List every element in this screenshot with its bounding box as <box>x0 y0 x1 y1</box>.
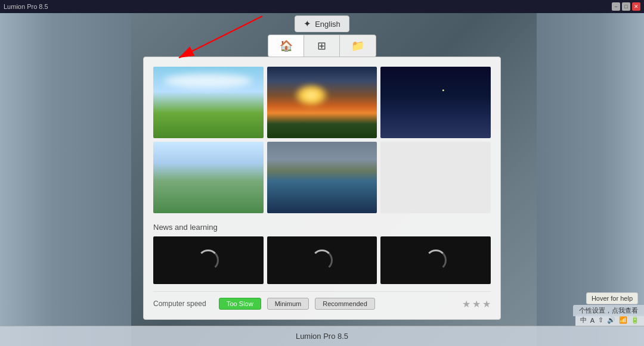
speed-recommended-button[interactable]: Recommended <box>315 298 375 310</box>
taskbar-ime-icon[interactable]: 中 <box>580 316 587 325</box>
scenes-grid <box>153 67 491 213</box>
taskbar-battery-icon[interactable]: 🔋 <box>631 316 639 324</box>
taskbar-volume-icon[interactable]: 🔊 <box>607 316 615 324</box>
main-panel: News and learning Computer speed Too Slo… <box>143 57 501 320</box>
bottom-bar: Lumion Pro 8.5 <box>0 326 644 346</box>
speed-too-slow-button[interactable]: Too Slow <box>219 298 261 310</box>
scene-blank[interactable] <box>380 142 491 213</box>
close-button[interactable]: ✕ <box>632 2 640 11</box>
scene-sky-field[interactable] <box>153 67 264 138</box>
speed-label: Computer speed <box>153 300 213 308</box>
footer-title: Lumion Pro 8.5 <box>296 332 348 341</box>
minimize-button[interactable]: − <box>612 2 620 11</box>
tab-scenes[interactable]: ⊞ <box>304 35 340 57</box>
scene-meadow[interactable] <box>153 142 264 213</box>
speed-minimum-button[interactable]: Minimum <box>267 298 309 310</box>
scene-night-sky[interactable] <box>380 67 491 138</box>
tab-open[interactable]: 📁 <box>340 35 376 57</box>
star-3: ★ <box>482 298 491 310</box>
news-item-2[interactable] <box>267 236 377 284</box>
loading-spinner-3 <box>425 250 447 271</box>
chinese-tooltip[interactable]: 个性设置，点我查看 <box>573 305 644 316</box>
left-column <box>0 0 131 346</box>
scene-mountain-lake[interactable] <box>267 142 377 213</box>
taskbar-arrow-icon[interactable]: ⇧ <box>598 316 603 324</box>
language-icon: ✦ <box>304 18 311 29</box>
chinese-tooltip-text: 个性设置，点我查看 <box>579 307 638 314</box>
loading-spinner-2 <box>311 250 333 271</box>
language-bar: ✦ English <box>0 13 644 35</box>
speed-bar: Computer speed Too Slow Minimum Recommen… <box>153 291 491 310</box>
speed-stars: ★ ★ ★ <box>462 298 491 310</box>
news-section-label: News and learning <box>153 223 491 232</box>
tab-home[interactable]: 🏠 <box>268 35 304 57</box>
window-controls: − □ ✕ <box>612 2 640 11</box>
hover-help-tooltip: Hover for help <box>586 292 638 304</box>
news-item-3[interactable] <box>380 236 491 284</box>
star-2: ★ <box>472 298 481 310</box>
language-button[interactable]: ✦ English <box>295 15 349 32</box>
title-bar-text: Lumion Pro 8.5 <box>4 3 48 10</box>
home-icon: 🏠 <box>280 39 293 52</box>
scenes-icon: ⊞ <box>317 39 326 52</box>
loading-spinner-1 <box>197 250 219 271</box>
maximize-button[interactable]: □ <box>622 2 630 11</box>
taskbar-network-icon[interactable]: 📶 <box>619 316 627 324</box>
taskbar-lang-icon[interactable]: A <box>590 317 595 324</box>
scene-sunset[interactable] <box>267 67 377 138</box>
nav-tabs: 🏠 ⊞ 📁 <box>268 35 376 57</box>
star-1: ★ <box>462 298 470 310</box>
title-bar: Lumion Pro 8.5 − □ ✕ <box>0 0 644 13</box>
open-icon: 📁 <box>351 39 364 52</box>
language-label: English <box>315 20 340 29</box>
hover-help-text: Hover for help <box>592 295 633 302</box>
news-item-1[interactable] <box>153 236 264 284</box>
news-grid <box>153 236 491 284</box>
